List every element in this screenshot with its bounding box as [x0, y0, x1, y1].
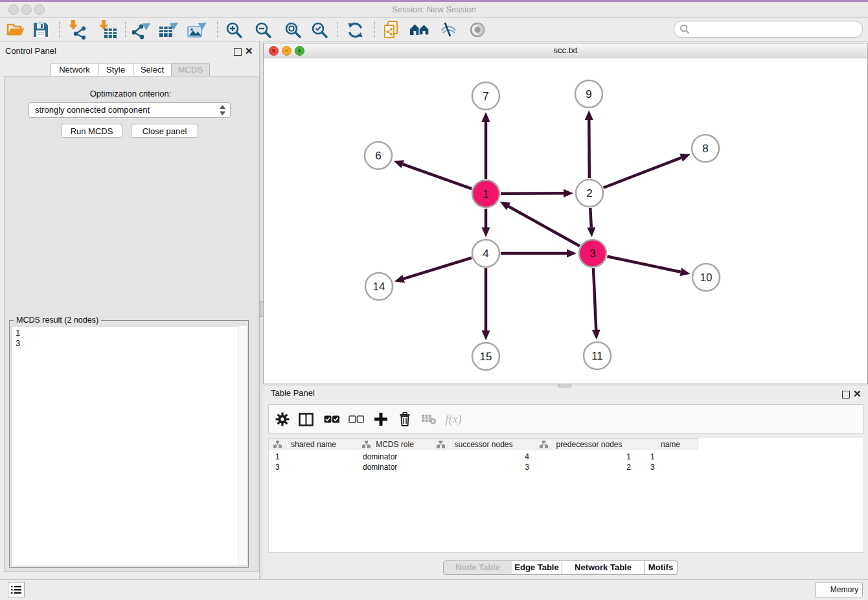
- run-mcds-button[interactable]: Run MCDS: [61, 124, 122, 138]
- refresh-icon: [347, 21, 364, 39]
- cell-mcds-role: dominator: [363, 452, 431, 462]
- delete-table-button[interactable]: [418, 410, 439, 429]
- graph-edge-arrow: [394, 275, 405, 283]
- graph-edge-1-6[interactable]: [403, 164, 472, 189]
- graph-edge-3-1[interactable]: [508, 206, 580, 246]
- graph-edge-arrow: [680, 268, 691, 276]
- tab-network[interactable]: Network: [51, 63, 98, 77]
- tab-node-table[interactable]: Node Table: [443, 560, 512, 575]
- graph-edge-arrow: [680, 154, 690, 161]
- hierarchy-icon: [362, 441, 371, 448]
- open-session-button[interactable]: [4, 19, 27, 40]
- column-header-shared-name[interactable]: shared name: [268, 438, 359, 451]
- import-network-button[interactable]: [65, 19, 88, 40]
- graph-edge-arrow: [394, 160, 404, 168]
- column-label: predecessor nodes: [556, 440, 622, 449]
- tab-edge-table[interactable]: Edge Table: [512, 560, 562, 575]
- mcds-result-title: MCDS result (2 nodes): [14, 316, 101, 325]
- column-label: MCDS role: [376, 440, 414, 449]
- list-icon: [11, 586, 21, 594]
- tab-motifs[interactable]: Motifs: [645, 560, 678, 575]
- tab-select[interactable]: Select: [133, 63, 172, 77]
- add-column-button[interactable]: [371, 410, 391, 429]
- checked-boxes-icon: [324, 415, 339, 423]
- export-network-icon: [131, 20, 152, 40]
- zoom-in-button[interactable]: [222, 19, 246, 40]
- function-builder-button[interactable]: f(x): [443, 410, 464, 429]
- unchecked-boxes-icon: [348, 415, 364, 423]
- tab-mcds[interactable]: MCDS: [171, 63, 210, 77]
- graph-node-label: 11: [591, 350, 603, 362]
- control-panel-close-button[interactable]: ✕: [245, 47, 253, 55]
- graph-edge-arrow: [482, 330, 490, 340]
- table-toolbar: f(x): [268, 404, 864, 434]
- graph-node-label: 9: [586, 88, 591, 100]
- graph-node-label: 3: [589, 248, 595, 260]
- import-table-button[interactable]: [95, 19, 119, 40]
- network-canvas[interactable]: 1234678910111415: [264, 58, 866, 383]
- cell-successor-nodes: 4: [433, 452, 529, 462]
- graph-edge-2-9[interactable]: [589, 120, 589, 178]
- control-panel-title: Control Panel: [5, 46, 56, 56]
- zoom-out-icon: [255, 21, 272, 39]
- cell-predecessor-nodes: 1: [536, 452, 631, 462]
- show-all-button[interactable]: [466, 19, 489, 40]
- graph-edge-arrow: [482, 112, 490, 122]
- tab-style[interactable]: Style: [98, 63, 133, 77]
- graph-edge-2-8[interactable]: [603, 157, 681, 187]
- task-history-button[interactable]: [8, 582, 25, 597]
- zoom-out-button[interactable]: [251, 19, 275, 40]
- export-table-button[interactable]: [157, 19, 181, 40]
- hierarchy-icon: [273, 441, 282, 448]
- graph-edge-1-2[interactable]: [501, 193, 564, 194]
- select-all-columns-button[interactable]: [321, 410, 342, 429]
- graph-edge-2-3[interactable]: [590, 208, 591, 227]
- tab-network-table[interactable]: Network Table: [562, 560, 645, 575]
- first-neighbors-button[interactable]: [408, 19, 431, 40]
- window-title: Session: New Session: [0, 2, 868, 17]
- column-header-name[interactable]: name: [643, 438, 698, 451]
- result-scrollbar[interactable]: [238, 326, 247, 565]
- network-view-window: × − + scc.txt 1234678910111415: [263, 43, 868, 384]
- delete-column-button[interactable]: [394, 410, 415, 429]
- table-panel-close-button[interactable]: ✕: [853, 390, 862, 398]
- memory-button[interactable]: Memory: [815, 582, 863, 597]
- zoom-selected-icon: [311, 21, 328, 39]
- control-panel-float-button[interactable]: [234, 48, 242, 56]
- graph-edge-4-14[interactable]: [404, 258, 472, 279]
- duplicate-network-button[interactable]: [380, 19, 403, 40]
- save-disk-icon: [32, 21, 49, 38]
- toolbar-separator: [217, 21, 218, 38]
- toolbar-separator: [125, 21, 126, 38]
- graph-node-label: 8: [702, 143, 708, 155]
- export-image-button[interactable]: [186, 19, 209, 40]
- optimization-select[interactable]: strongly connected component: [29, 102, 231, 118]
- zoom-fit-button[interactable]: [281, 19, 304, 40]
- graph-edge-3-10[interactable]: [608, 257, 681, 272]
- graph-edge-3-11[interactable]: [593, 268, 596, 330]
- table-settings-button[interactable]: [272, 410, 293, 429]
- zoom-selected-button[interactable]: [308, 19, 331, 40]
- graph-node-label: 15: [480, 351, 492, 363]
- export-network-button[interactable]: [130, 19, 153, 40]
- import-network-icon: [66, 20, 87, 40]
- mcds-result-line: 3: [16, 338, 20, 349]
- mcds-result-textarea[interactable]: 1 3: [11, 326, 239, 566]
- delete-table-icon: [421, 414, 437, 424]
- column-header-successor-nodes[interactable]: successor nodes: [432, 438, 536, 451]
- close-panel-button[interactable]: Close panel: [131, 124, 198, 138]
- global-search-input[interactable]: [692, 23, 857, 36]
- window-titlebar: Session: New Session: [0, 2, 868, 18]
- apply-layout-button[interactable]: [343, 19, 367, 40]
- hide-selected-button[interactable]: [437, 19, 460, 40]
- table-panel-float-button[interactable]: [842, 391, 850, 398]
- column-header-predecessor-nodes[interactable]: predecessor nodes: [535, 438, 644, 451]
- column-header-mcds-role[interactable]: MCDS role: [358, 438, 433, 451]
- save-session-button[interactable]: [29, 19, 52, 40]
- unselect-all-columns-button[interactable]: [346, 410, 367, 429]
- mcds-result-group: MCDS result (2 nodes) 1 3: [9, 320, 249, 568]
- optimization-criterion-label: Optimization criterion:: [4, 89, 257, 98]
- show-columns-button[interactable]: [295, 410, 316, 429]
- column-label: successor nodes: [454, 440, 512, 449]
- graph-node-label: 2: [586, 187, 592, 200]
